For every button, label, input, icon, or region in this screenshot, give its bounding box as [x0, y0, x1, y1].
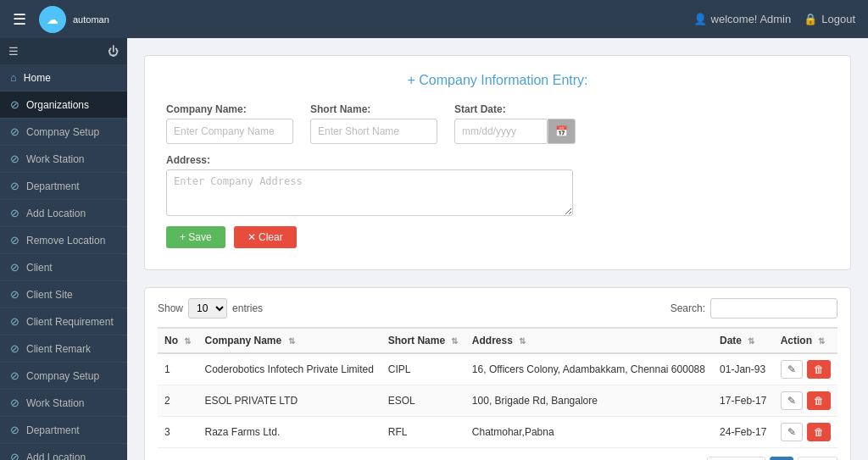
- prev-page-button[interactable]: Previous: [707, 457, 765, 460]
- navbar-right: 👤 welcome! Admin 🔒 Logout: [693, 13, 855, 25]
- sort-no-icon[interactable]: ⇅: [184, 336, 191, 346]
- cell-date: 17-Feb-17: [713, 385, 774, 417]
- start-date-group: Start Date: 📅: [454, 103, 576, 144]
- logout-button[interactable]: 🔒 Logout: [804, 13, 855, 25]
- sidebar-item-client-requirement[interactable]: ⊘ Client Requirement: [0, 308, 127, 335]
- sidebar-item-department2[interactable]: ⊘ Department: [0, 417, 127, 444]
- sidebar-item-remove-location[interactable]: ⊘ Remove Location: [0, 227, 127, 254]
- user-greeting: welcome! Admin: [711, 13, 792, 25]
- address-group: Address:: [166, 154, 573, 216]
- col-address-label: Address: [472, 335, 513, 346]
- save-button[interactable]: + Save: [166, 226, 225, 248]
- sort-date-icon[interactable]: ⇅: [748, 336, 754, 346]
- sidebar-item-client-remark[interactable]: ⊘ Client Remark: [0, 335, 127, 363]
- organizations-icon: ⊘: [10, 98, 19, 111]
- department-icon: ⊘: [10, 180, 19, 192]
- short-name-input[interactable]: [310, 119, 437, 144]
- remove-location-icon: ⊘: [10, 234, 19, 247]
- table-head: No ⇅ Company Name ⇅ Short Name ⇅ Addre: [158, 328, 837, 353]
- cell-short-name: RFL: [381, 417, 465, 448]
- form-row-2: Address:: [166, 154, 829, 216]
- table-row: 3 Raza Farms Ltd. RFL Chatmohar,Pabna 24…: [158, 417, 837, 448]
- client-remark-icon: ⊘: [10, 342, 19, 355]
- company-setup-icon: ⊘: [10, 125, 19, 138]
- col-date-label: Date: [720, 335, 742, 346]
- brand-name: automan: [73, 14, 109, 25]
- sidebar-item-home[interactable]: ⌂ Home: [0, 64, 127, 91]
- sidebar-item-work-station2[interactable]: ⊘ Work Station: [0, 390, 127, 417]
- sidebar-department2-label: Department: [26, 424, 80, 436]
- sidebar-item-add-location[interactable]: ⊘ Add Location: [0, 200, 127, 227]
- page-1-button[interactable]: 1: [770, 457, 794, 460]
- logo-icon: ☁: [39, 6, 66, 33]
- search-input[interactable]: [710, 298, 837, 319]
- sidebar-item-organizations[interactable]: ⊘ Organizations: [0, 91, 127, 119]
- cell-action: ✎ 🗑: [774, 385, 837, 417]
- cell-short-name: CIPL: [381, 353, 465, 385]
- table-controls: Show 10 25 50 entries Search:: [158, 298, 837, 319]
- brand-logo: ☁ automan: [39, 6, 109, 33]
- hamburger-icon[interactable]: ☰: [13, 10, 26, 29]
- col-no: No ⇅: [158, 328, 198, 353]
- col-short-name: Short Name ⇅: [381, 328, 465, 353]
- cell-company-name: Raza Farms Ltd.: [198, 417, 381, 448]
- sidebar-item-company-setup[interactable]: ⊘ Compnay Setup: [0, 119, 127, 146]
- cell-no: 1: [158, 353, 198, 385]
- edit-button[interactable]: ✎: [781, 391, 803, 410]
- sidebar-client-req-label: Client Requirement: [26, 316, 114, 328]
- calendar-button[interactable]: 📅: [548, 119, 576, 144]
- table-row: 1 Coderobotics Infotech Private Limited …: [158, 353, 837, 385]
- edit-button[interactable]: ✎: [781, 423, 803, 441]
- search-box: Search:: [670, 298, 837, 319]
- col-company-name: Company Name ⇅: [198, 328, 381, 353]
- col-company-label: Company Name: [205, 335, 282, 346]
- table-row: 2 ESOL PRIVATE LTD ESOL 100, Brigade Rd,…: [158, 385, 837, 417]
- sidebar-item-work-station[interactable]: ⊘ Work Station: [0, 146, 127, 173]
- sidebar-department-label: Department: [26, 180, 80, 192]
- cell-company-name: Coderobotics Infotech Private Limited: [198, 353, 381, 385]
- sidebar-item-department[interactable]: ⊘ Department: [0, 173, 127, 200]
- entries-label: entries: [232, 302, 263, 314]
- sidebar-power-icon[interactable]: ⏻: [108, 45, 119, 58]
- sort-address-icon[interactable]: ⇅: [519, 336, 526, 346]
- sidebar-work-station-label: Work Station: [26, 153, 84, 165]
- cell-action: ✎ 🗑: [774, 353, 837, 385]
- search-label: Search:: [670, 302, 705, 314]
- add-location-icon: ⊘: [10, 207, 19, 219]
- work-station2-icon: ⊘: [10, 396, 19, 409]
- start-date-input[interactable]: [454, 119, 548, 144]
- col-no-label: No: [164, 335, 178, 346]
- table-panel: Show 10 25 50 entries Search:: [144, 287, 851, 460]
- edit-button[interactable]: ✎: [781, 360, 803, 379]
- clear-button[interactable]: ✕ Clear: [234, 226, 297, 248]
- company-name-group: Company Name:: [166, 103, 293, 144]
- sidebar-item-add-location2[interactable]: ⊘ Add Location: [0, 444, 127, 460]
- delete-button[interactable]: 🗑: [807, 391, 831, 410]
- client-icon: ⊘: [10, 261, 19, 274]
- cell-short-name: ESOL: [381, 385, 465, 417]
- form-title: + Company Information Entry:: [166, 73, 829, 88]
- pagination: Previous 1 Next: [707, 457, 837, 460]
- sidebar-item-client[interactable]: ⊘ Client: [0, 254, 127, 281]
- client-site-icon: ⊘: [10, 288, 19, 301]
- delete-button[interactable]: 🗑: [807, 360, 831, 379]
- client-req-icon: ⊘: [10, 315, 19, 328]
- sidebar-item-client-site[interactable]: ⊘ Client Site: [0, 281, 127, 308]
- address-input[interactable]: [166, 169, 573, 216]
- sidebar-remove-location-label: Remove Location: [26, 235, 105, 247]
- sort-short-icon[interactable]: ⇅: [451, 336, 458, 346]
- cell-action: ✎ 🗑: [774, 417, 837, 448]
- sidebar-item-company-setup2[interactable]: ⊘ Compnay Setup: [0, 363, 127, 390]
- user-menu[interactable]: 👤 welcome! Admin: [693, 13, 792, 25]
- cell-date: 24-Feb-17: [713, 417, 774, 448]
- sidebar-add-location-label: Add Location: [26, 208, 86, 219]
- sort-company-icon[interactable]: ⇅: [288, 336, 295, 346]
- sidebar-hamburger-icon[interactable]: ☰: [8, 45, 19, 58]
- delete-button[interactable]: 🗑: [807, 423, 831, 441]
- company-name-input[interactable]: [166, 119, 293, 144]
- next-page-button[interactable]: Next: [798, 457, 837, 460]
- sort-action-icon[interactable]: ⇅: [818, 336, 825, 346]
- entries-select[interactable]: 10 25 50: [188, 298, 227, 319]
- table-body: 1 Coderobotics Infotech Private Limited …: [158, 353, 837, 448]
- start-date-wrapper: 📅: [454, 119, 576, 144]
